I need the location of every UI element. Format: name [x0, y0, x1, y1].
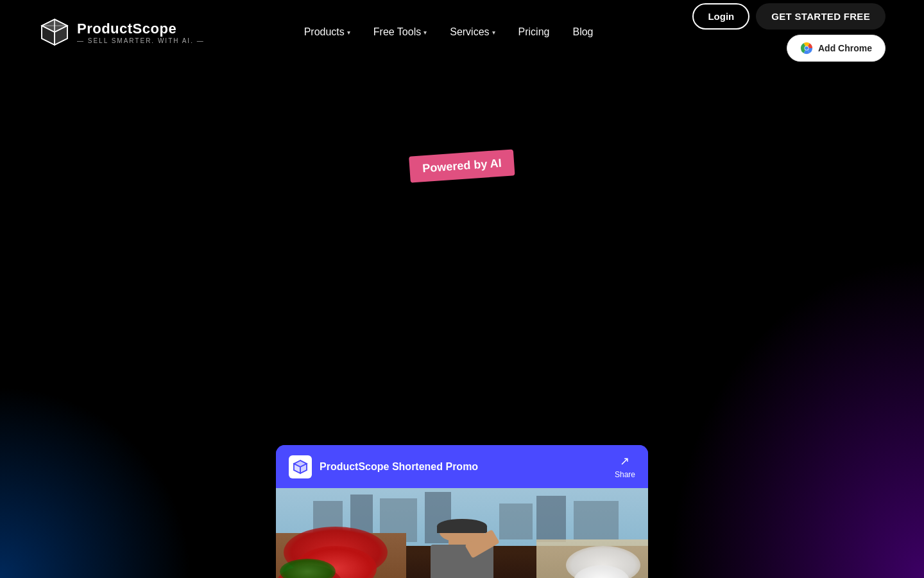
- nav-item-products[interactable]: Products ▾: [295, 21, 359, 43]
- nav-actions: Login GET STARTED FREE Add Chrome: [692, 3, 886, 62]
- logo[interactable]: ProductScope — SELL SMARTER. WITH AI. —: [38, 16, 205, 48]
- nav-links: Products ▾ Free Tools ▾ Services ▾ Prici…: [295, 21, 603, 43]
- nav-label-services: Services: [450, 26, 489, 38]
- nav-item-free-tools[interactable]: Free Tools ▾: [364, 21, 436, 43]
- bg-glow-right: [667, 257, 924, 578]
- powered-by-ai-badge: Powered by AI: [409, 149, 515, 182]
- video-header: ProductScope Shortened Promo ↗ Share: [276, 445, 648, 488]
- logo-tagline: — SELL SMARTER. WITH AI. —: [77, 37, 205, 44]
- get-started-button[interactable]: GET STARTED FREE: [756, 3, 886, 30]
- share-label: Share: [615, 470, 635, 479]
- building-7: [574, 501, 619, 539]
- logo-icon: [38, 16, 71, 48]
- navbar: ProductScope — SELL SMARTER. WITH AI. — …: [0, 0, 924, 64]
- chevron-down-icon: ▾: [347, 29, 350, 36]
- video-thumbnail[interactable]: [276, 488, 648, 578]
- video-logo-icon: [293, 459, 308, 475]
- nav-label-pricing: Pricing: [518, 26, 550, 38]
- chevron-down-icon-tools: ▾: [424, 29, 427, 36]
- nav-item-blog[interactable]: Blog: [563, 21, 602, 43]
- svg-point-8: [805, 46, 809, 50]
- nav-item-pricing[interactable]: Pricing: [509, 21, 559, 43]
- nav-label-blog: Blog: [572, 26, 593, 38]
- logo-text: ProductScope — SELL SMARTER. WITH AI. —: [77, 21, 205, 44]
- building-6: [536, 496, 566, 542]
- person-silhouette: [417, 514, 506, 578]
- nav-top-actions: Login GET STARTED FREE: [692, 3, 886, 30]
- video-channel-name: ProductScope Shortened Promo: [320, 461, 478, 473]
- bg-glow-left: [0, 385, 193, 578]
- video-title-row: ProductScope Shortened Promo: [289, 455, 478, 478]
- add-chrome-label: Add Chrome: [818, 43, 872, 53]
- nav-label-free-tools: Free Tools: [373, 26, 421, 38]
- chevron-down-icon-services: ▾: [492, 29, 495, 36]
- login-button[interactable]: Login: [692, 3, 749, 30]
- video-container: ProductScope Shortened Promo ↗ Share: [276, 445, 648, 578]
- add-chrome-button[interactable]: Add Chrome: [787, 35, 886, 62]
- video-logo: [289, 455, 312, 478]
- nav-label-products: Products: [304, 26, 345, 38]
- logo-name: ProductScope: [77, 21, 205, 37]
- share-icon: ↗: [620, 454, 629, 468]
- nav-item-services[interactable]: Services ▾: [441, 21, 504, 43]
- video-share-button[interactable]: ↗ Share: [615, 454, 635, 479]
- chrome-icon: [800, 42, 813, 55]
